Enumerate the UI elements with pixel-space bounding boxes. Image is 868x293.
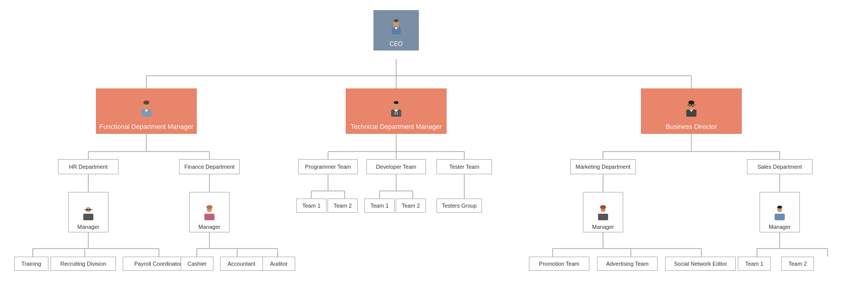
marketing-manager-icon bbox=[595, 204, 611, 223]
advertising-team-label: Advertising Team bbox=[606, 261, 648, 267]
svg-point-84 bbox=[206, 205, 212, 209]
functional-manager-label: Functional Department Manager bbox=[99, 123, 193, 131]
recruiting-node: Recruiting Division bbox=[50, 257, 116, 271]
dev-team2-node: Team 2 bbox=[396, 199, 426, 213]
cashier-node: Cashier bbox=[181, 257, 213, 271]
svg-point-58 bbox=[143, 101, 149, 105]
dev-team1-box: Team 1 bbox=[364, 199, 395, 213]
business-director-label: Business Director bbox=[666, 123, 717, 131]
dev-team1-label: Team 1 bbox=[370, 203, 389, 209]
prog-team2-node: Team 2 bbox=[328, 199, 358, 213]
sales-manager-label: Manager bbox=[769, 224, 790, 230]
cashier-label: Cashier bbox=[188, 261, 207, 267]
hr-manager-icon bbox=[81, 204, 96, 223]
developer-team-box: Developer Team bbox=[366, 159, 426, 174]
hr-dept-box: HR Department bbox=[58, 159, 119, 174]
prog-team2-label: Team 2 bbox=[334, 203, 352, 209]
dev-team2-box: Team 2 bbox=[396, 199, 426, 213]
developer-team-label: Developer Team bbox=[376, 164, 416, 170]
auditor-label: Auditor bbox=[270, 261, 288, 267]
testers-group-node: Testers Group bbox=[437, 199, 482, 213]
org-chart: CEO Functional Department Manager Techni… bbox=[0, 0, 868, 293]
social-network-box: Social Network Editor bbox=[665, 257, 736, 271]
auditor-node: Auditor bbox=[262, 257, 295, 271]
recruiting-label: Recruiting Division bbox=[60, 261, 106, 267]
sales-team2-box: Team 2 bbox=[781, 257, 814, 271]
finance-manager-icon bbox=[202, 204, 217, 223]
sales-team1-box: Team 1 bbox=[738, 257, 771, 271]
svg-point-54 bbox=[394, 19, 399, 22]
finance-manager-label: Manager bbox=[198, 224, 220, 230]
programmer-team-label: Programmer Team bbox=[305, 164, 351, 170]
developer-team-node: Developer Team bbox=[366, 159, 426, 174]
promotion-team-box: Promotion Team bbox=[529, 257, 589, 271]
business-director-icon bbox=[682, 99, 700, 121]
technical-manager-box: Technical Department Manager bbox=[346, 88, 447, 134]
training-label: Training bbox=[21, 261, 41, 267]
marketing-manager-node: Manager bbox=[583, 192, 623, 232]
technical-manager-icon bbox=[387, 99, 405, 121]
finance-dept-node: Finance Department bbox=[179, 159, 240, 174]
functional-manager-node: Functional Department Manager bbox=[96, 88, 197, 134]
hr-manager-box: Manager bbox=[68, 192, 108, 232]
finance-dept-label: Finance Department bbox=[184, 164, 235, 170]
svg-rect-78 bbox=[89, 209, 91, 211]
training-box: Training bbox=[14, 257, 48, 271]
advertising-team-node: Advertising Team bbox=[597, 257, 658, 271]
finance-dept-box: Finance Department bbox=[179, 159, 240, 174]
svg-point-90 bbox=[777, 206, 782, 209]
sales-team2-label: Team 2 bbox=[788, 261, 806, 267]
business-director-box: Business Director bbox=[641, 88, 742, 134]
dev-team1-node: Team 1 bbox=[364, 199, 395, 213]
functional-manager-box: Functional Department Manager bbox=[96, 88, 197, 134]
sales-dept-node: Sales Department bbox=[747, 159, 812, 174]
svg-point-62 bbox=[394, 101, 399, 104]
sales-team1-node: Team 1 bbox=[738, 257, 771, 271]
promotion-team-node: Promotion Team bbox=[529, 257, 589, 271]
testers-group-box: Testers Group bbox=[437, 199, 482, 213]
svg-rect-77 bbox=[86, 209, 88, 211]
ceo-box: CEO bbox=[373, 10, 419, 51]
marketing-dept-node: Marketing Department bbox=[570, 159, 636, 174]
prog-team1-label: Team 1 bbox=[302, 203, 320, 209]
finance-manager-node: Manager bbox=[189, 192, 230, 232]
ceo-label: CEO bbox=[390, 40, 403, 47]
accountant-box: Accountant bbox=[220, 257, 263, 271]
sales-dept-box: Sales Department bbox=[747, 159, 812, 174]
prog-team2-box: Team 2 bbox=[328, 199, 358, 213]
recruiting-box: Recruiting Division bbox=[50, 257, 116, 271]
finance-manager-box: Manager bbox=[189, 192, 230, 232]
programmer-team-box: Programmer Team bbox=[298, 159, 358, 174]
business-director-node: Business Director bbox=[641, 88, 742, 134]
auditor-box: Auditor bbox=[262, 257, 295, 271]
sales-team2-node: Team 2 bbox=[781, 257, 814, 271]
marketing-dept-box: Marketing Department bbox=[570, 159, 636, 174]
technical-manager-label: Technical Department Manager bbox=[351, 123, 442, 131]
hr-dept-node: HR Department bbox=[58, 159, 119, 174]
hr-manager-node: Manager bbox=[68, 192, 108, 232]
testers-group-label: Testers Group bbox=[442, 203, 476, 209]
functional-manager-icon bbox=[137, 99, 155, 121]
cashier-box: Cashier bbox=[181, 257, 213, 271]
prog-team1-box: Team 1 bbox=[296, 199, 327, 213]
ceo-node: CEO bbox=[373, 10, 419, 51]
tester-team-box: Tester Team bbox=[437, 159, 492, 174]
promotion-team-label: Promotion Team bbox=[539, 261, 579, 267]
svg-rect-86 bbox=[598, 214, 608, 220]
training-node: Training bbox=[14, 257, 48, 271]
hr-manager-label: Manager bbox=[77, 224, 99, 230]
advertising-team-box: Advertising Team bbox=[597, 257, 658, 271]
svg-point-87 bbox=[600, 205, 606, 209]
tester-team-node: Tester Team bbox=[437, 159, 492, 174]
sales-manager-box: Manager bbox=[760, 192, 800, 232]
svg-rect-89 bbox=[775, 214, 785, 220]
marketing-manager-label: Manager bbox=[592, 224, 614, 230]
technical-manager-node: Technical Department Manager bbox=[346, 88, 447, 134]
programmer-team-node: Programmer Team bbox=[298, 159, 358, 174]
marketing-manager-box: Manager bbox=[583, 192, 623, 232]
social-network-node: Social Network Editor bbox=[665, 257, 736, 271]
marketing-dept-label: Marketing Department bbox=[576, 164, 631, 170]
svg-rect-83 bbox=[204, 214, 214, 220]
sales-dept-label: Sales Department bbox=[757, 164, 802, 170]
svg-rect-76 bbox=[83, 214, 93, 220]
